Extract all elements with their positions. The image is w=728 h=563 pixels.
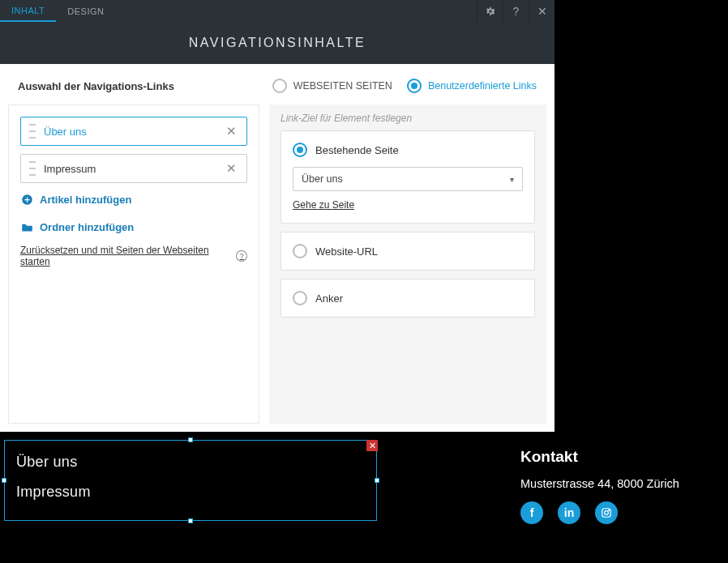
add-folder-label: Ordner hinzufügen: [40, 221, 134, 233]
link-selection-row: Auswahl der Navigations-Links WEBSEITEN …: [0, 64, 555, 104]
help-icon[interactable]: ?: [503, 0, 529, 22]
plus-circle-icon: [20, 193, 33, 206]
panel-body: Auswahl der Navigations-Links WEBSEITEN …: [0, 64, 555, 433]
tab-inhalt[interactable]: INHALT: [0, 0, 56, 22]
link-target-column: Link-Ziel für Element festlegen Bestehen…: [269, 104, 546, 424]
help-badge-icon[interactable]: ?: [236, 250, 247, 262]
nav-preview-list: Über uns Impressum: [5, 441, 376, 527]
nav-item[interactable]: Impressum ✕: [20, 154, 247, 183]
nav-item[interactable]: Über uns ✕: [20, 117, 247, 146]
radio-website-url[interactable]: Website-URL: [293, 244, 523, 258]
radio-circle: [293, 244, 307, 258]
close-icon[interactable]: ✕: [529, 0, 555, 22]
delete-widget-icon[interactable]: ✕: [366, 440, 378, 451]
radio-label: WEBSEITEN SEITEN: [293, 80, 392, 92]
add-article-label: Artikel hinzufügen: [40, 194, 131, 206]
resize-handle-s[interactable]: [188, 518, 193, 523]
resize-handle-w[interactable]: [2, 478, 6, 483]
reset-link[interactable]: Zurücksetzen und mit Seiten der Webseite…: [20, 245, 247, 267]
website-url-card: Website-URL: [280, 232, 535, 271]
linkedin-icon[interactable]: in: [558, 501, 580, 524]
page-select[interactable]: Über uns ▾: [293, 167, 523, 191]
nav-widget-selected[interactable]: ✕ Über uns Impressum: [4, 440, 377, 521]
nav-preview-item[interactable]: Impressum: [16, 484, 365, 501]
resize-handle-e[interactable]: [375, 478, 379, 483]
existing-page-card: Bestehende Seite Über uns ▾ Gehe zu Seit…: [280, 130, 535, 224]
nav-items-column: Über uns ✕ Impressum ✕ Artikel hinzufüge…: [8, 104, 259, 424]
radio-custom-links[interactable]: Benutzerdefinierte Links: [407, 79, 537, 93]
drag-handle-icon[interactable]: [29, 161, 36, 176]
selection-label: Auswahl der Navigations-Links: [18, 80, 174, 92]
radio-circle: [293, 143, 307, 157]
instagram-icon[interactable]: [595, 501, 618, 524]
gear-icon[interactable]: [477, 0, 503, 22]
svg-point-3: [609, 510, 610, 510]
anchor-card: Anker: [280, 279, 535, 318]
topbar: INHALT DESIGN ? ✕: [0, 0, 555, 22]
site-footer-preview: ✕ Über uns Impressum Kontakt Musterstras…: [0, 432, 728, 563]
editor-panel: INHALT DESIGN ? ✕ NAVIGATIONSINHALTE Aus…: [0, 0, 555, 433]
radio-circle: [272, 79, 287, 93]
contact-address: Musterstrasse 44, 8000 Zürich: [520, 477, 679, 490]
radio-existing-page[interactable]: Bestehende Seite: [293, 143, 523, 157]
panel-title: NAVIGATIONSINHALTE: [0, 22, 555, 64]
nav-preview-item[interactable]: Über uns: [16, 454, 365, 471]
remove-icon[interactable]: ✕: [225, 161, 238, 176]
nav-item-label: Über uns: [44, 126, 225, 138]
social-icons: f in: [520, 501, 679, 524]
add-article-button[interactable]: Artikel hinzufügen: [20, 193, 247, 206]
goto-page-link[interactable]: Gehe zu Seite: [293, 199, 354, 211]
contact-block: Kontakt Musterstrasse 44, 8000 Zürich f …: [520, 448, 679, 524]
resize-handle-n[interactable]: [188, 437, 193, 442]
contact-title: Kontakt: [520, 448, 679, 466]
radio-label: Anker: [315, 292, 343, 305]
radio-label: Website-URL: [315, 245, 378, 258]
radio-circle: [407, 79, 422, 93]
select-value: Über uns: [302, 173, 343, 185]
remove-icon[interactable]: ✕: [225, 124, 238, 139]
svg-point-2: [605, 511, 609, 515]
radio-circle: [293, 291, 307, 305]
right-legend: Link-Ziel für Element festlegen: [280, 113, 535, 124]
drag-handle-icon[interactable]: [29, 124, 36, 139]
radio-label: Bestehende Seite: [315, 144, 399, 156]
radio-label: Benutzerdefinierte Links: [428, 80, 537, 92]
nav-item-label: Impressum: [44, 163, 225, 175]
radio-anchor[interactable]: Anker: [293, 291, 523, 305]
folder-icon: [20, 220, 33, 233]
chevron-down-icon: ▾: [510, 175, 514, 184]
radio-website-pages[interactable]: WEBSEITEN SEITEN: [272, 79, 392, 93]
tab-design[interactable]: DESIGN: [56, 0, 115, 22]
reset-label: Zurücksetzen und mit Seiten der Webseite…: [20, 245, 233, 267]
facebook-icon[interactable]: f: [520, 501, 543, 524]
add-folder-button[interactable]: Ordner hinzufügen: [20, 220, 247, 233]
